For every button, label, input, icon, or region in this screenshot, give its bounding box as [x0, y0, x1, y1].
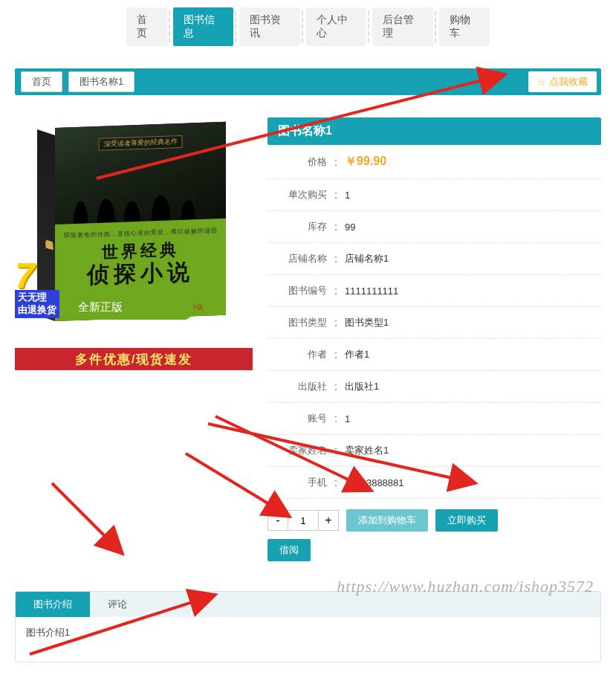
info-value: 13823888881 [345, 477, 601, 488]
qty-minus-button[interactable]: - [268, 510, 288, 531]
breadcrumb-current: 图书名称1 [68, 71, 134, 92]
info-row: 库存:99 [268, 211, 601, 243]
info-value: 99 [345, 222, 601, 233]
borrow-button[interactable]: 借阅 [268, 539, 311, 561]
info-value: 出版社1 [345, 380, 601, 393]
info-value: 店铺名称1 [345, 252, 601, 265]
nav-home[interactable]: 首页 [126, 7, 167, 46]
info-value: 作者1 [345, 348, 601, 361]
nav-user-center[interactable]: 个人中心 [306, 7, 367, 46]
info-label: 图书编号 [268, 284, 327, 297]
book-cover: 世界经典侦探小说 深受读者喜爱的经典名作 惊险离奇的传闻，直指心灵的悬疑，难以破… [15, 117, 253, 348]
info-label: 图书类型 [268, 316, 327, 329]
book-top-tag: 深受读者喜爱的经典名作 [99, 135, 183, 151]
info-value: 1 [345, 413, 601, 424]
promo-strip: 多件优惠/现货速发 [15, 348, 253, 370]
nav-book-info[interactable]: 图书信息 [173, 7, 234, 46]
info-value: 卖家姓名1 [345, 444, 601, 457]
info-label: 卖家姓名 [268, 444, 327, 457]
info-label: 店铺名称 [268, 252, 327, 265]
info-label: 出版社 [268, 380, 327, 393]
info-row: 账号:1 [268, 403, 601, 435]
detail-tabs: 图书介绍 评论 图书介绍1 [15, 591, 601, 662]
tab-intro[interactable]: 图书介绍 [16, 592, 90, 617]
main-content: 世界经典侦探小说 深受读者喜爱的经典名作 惊险离奇的传闻，直指心灵的悬疑，难以破… [0, 103, 616, 576]
info-label: 价格 [268, 155, 327, 169]
promo7-line2: 由退换货 [18, 304, 56, 315]
info-value: 1 [345, 190, 601, 201]
info-value: 1111111111 [345, 285, 601, 297]
book-title: 图书名称1 [268, 117, 601, 145]
info-row: 卖家姓名:卖家姓名1 [268, 435, 601, 467]
info-value: ￥99.90 [345, 154, 601, 170]
info-value: 图书类型1 [345, 316, 601, 329]
tab-comments[interactable]: 评论 [90, 592, 145, 617]
info-row: 出版社:出版社1 [268, 371, 601, 403]
nav-cart[interactable]: 购物车 [439, 7, 490, 46]
favorite-label: 点我收藏 [549, 75, 588, 88]
star-icon: ☆ [537, 77, 546, 88]
info-row: 店铺名称:店铺名称1 [268, 243, 601, 275]
info-row: 图书类型:图书类型1 [268, 307, 601, 339]
info-label: 手机 [268, 476, 327, 489]
tab-content: 图书介绍1 [16, 617, 600, 662]
quantity-stepper: - + [268, 510, 339, 531]
seven-icon: 7 [15, 262, 59, 290]
breadcrumb-bar: 首页 图书名称1 ☆ 点我收藏 [15, 68, 601, 95]
book-cover-wrap: 世界经典侦探小说 深受读者喜爱的经典名作 惊险离奇的传闻，直指心灵的悬疑，难以破… [15, 117, 253, 370]
info-label: 库存 [268, 220, 327, 233]
watermark: https://www.huzhan.com/ishop3572 [337, 577, 594, 596]
info-row: 图书编号:1111111111 [268, 275, 601, 307]
promo7-line1: 天无理 [18, 291, 47, 303]
action-row: - + 添加到购物车 立即购买 [268, 509, 601, 532]
info-row: 单次购买:1 [268, 179, 601, 211]
info-label: 作者 [268, 348, 327, 361]
top-nav: 首页 图书信息 图书资讯 个人中心 后台管理 购物车 [0, 0, 616, 54]
qty-input[interactable] [288, 510, 318, 531]
favorite-button[interactable]: ☆ 点我收藏 [528, 71, 597, 92]
nav-admin[interactable]: 后台管理 [372, 7, 433, 46]
add-to-cart-button[interactable]: 添加到购物车 [346, 509, 428, 532]
info-row: 价格:￥99.90 [268, 145, 601, 179]
breadcrumb-home[interactable]: 首页 [21, 71, 62, 92]
promo-7days: 7 天无理 由退换货 [15, 262, 59, 318]
qty-plus-button[interactable]: + [318, 510, 339, 531]
nav-book-news[interactable]: 图书资讯 [239, 7, 300, 46]
buy-now-button[interactable]: 立即购买 [435, 509, 498, 532]
info-row: 作者:作者1 [268, 339, 601, 371]
book-info-panel: 图书名称1 价格:￥99.90单次购买:1库存:99店铺名称:店铺名称1图书编号… [268, 117, 601, 561]
info-row: 手机:13823888881 [268, 467, 601, 499]
badge-new: 全新正版 [78, 300, 193, 320]
info-label: 单次购买 [268, 188, 327, 201]
info-label: 账号 [268, 412, 327, 425]
